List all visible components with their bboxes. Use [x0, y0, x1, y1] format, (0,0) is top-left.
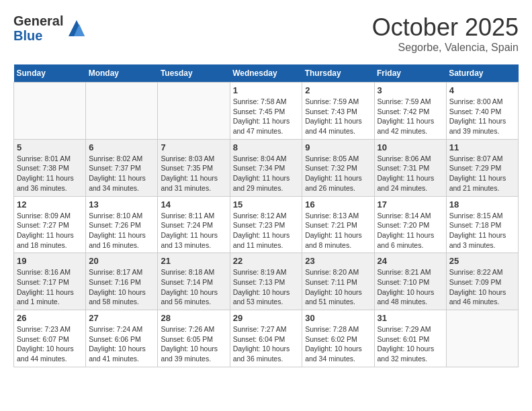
- day-number: 13: [89, 199, 154, 210]
- table-row: 28Sunrise: 7:26 AM Sunset: 6:05 PM Dayli…: [158, 310, 230, 367]
- calendar-week-3: 12Sunrise: 8:09 AM Sunset: 7:27 PM Dayli…: [14, 196, 519, 253]
- day-number: 9: [305, 142, 371, 152]
- day-number: 4: [449, 85, 515, 95]
- month-title: October 2025: [372, 13, 519, 42]
- day-info: Sunrise: 8:17 AM Sunset: 7:16 PM Dayligh…: [89, 267, 154, 307]
- day-number: 21: [161, 256, 226, 266]
- day-info: Sunrise: 8:00 AM Sunset: 7:40 PM Dayligh…: [449, 97, 515, 136]
- table-row: [446, 310, 518, 367]
- day-info: Sunrise: 8:19 AM Sunset: 7:13 PM Dayligh…: [233, 267, 300, 307]
- day-info: Sunrise: 8:13 AM Sunset: 7:21 PM Dayligh…: [305, 211, 371, 250]
- table-row: 10Sunrise: 8:06 AM Sunset: 7:31 PM Dayli…: [374, 139, 446, 196]
- day-number: 1: [233, 85, 300, 95]
- day-number: 7: [161, 142, 226, 152]
- weekday-tuesday: Tuesday: [158, 64, 230, 83]
- day-info: Sunrise: 8:04 AM Sunset: 7:34 PM Dayligh…: [233, 154, 300, 193]
- table-row: 16Sunrise: 8:13 AM Sunset: 7:21 PM Dayli…: [302, 196, 374, 253]
- day-info: Sunrise: 8:06 AM Sunset: 7:31 PM Dayligh…: [378, 154, 443, 193]
- table-row: 18Sunrise: 8:15 AM Sunset: 7:18 PM Dayli…: [446, 196, 518, 253]
- day-info: Sunrise: 8:15 AM Sunset: 7:18 PM Dayligh…: [449, 211, 515, 250]
- table-row: [14, 83, 86, 140]
- day-info: Sunrise: 7:28 AM Sunset: 6:02 PM Dayligh…: [305, 324, 371, 364]
- day-number: 31: [378, 313, 443, 323]
- calendar-week-1: 1Sunrise: 7:58 AM Sunset: 7:45 PM Daylig…: [14, 83, 519, 140]
- page-header: General Blue October 2025 Segorbe, Valen…: [13, 13, 519, 54]
- logo-blue: Blue: [13, 28, 63, 43]
- table-row: 9Sunrise: 8:05 AM Sunset: 7:32 PM Daylig…: [302, 139, 374, 196]
- day-number: 16: [305, 199, 371, 210]
- table-row: 22Sunrise: 8:19 AM Sunset: 7:13 PM Dayli…: [230, 253, 302, 310]
- table-row: 11Sunrise: 8:07 AM Sunset: 7:29 PM Dayli…: [446, 139, 518, 196]
- logo-icon: [66, 17, 87, 39]
- day-info: Sunrise: 8:14 AM Sunset: 7:20 PM Dayligh…: [378, 211, 443, 250]
- day-number: 2: [305, 85, 371, 95]
- table-row: 26Sunrise: 7:23 AM Sunset: 6:07 PM Dayli…: [14, 310, 86, 367]
- day-info: Sunrise: 7:24 AM Sunset: 6:06 PM Dayligh…: [89, 324, 154, 364]
- logo: General Blue: [13, 13, 87, 43]
- location: Segorbe, Valencia, Spain: [372, 42, 519, 54]
- day-number: 28: [161, 313, 226, 323]
- table-row: 14Sunrise: 8:11 AM Sunset: 7:24 PM Dayli…: [158, 196, 230, 253]
- day-number: 14: [161, 199, 226, 210]
- calendar-week-2: 5Sunrise: 8:01 AM Sunset: 7:38 PM Daylig…: [14, 139, 519, 196]
- table-row: 31Sunrise: 7:29 AM Sunset: 6:01 PM Dayli…: [374, 310, 446, 367]
- day-info: Sunrise: 8:09 AM Sunset: 7:27 PM Dayligh…: [17, 211, 83, 250]
- day-info: Sunrise: 8:02 AM Sunset: 7:37 PM Dayligh…: [89, 154, 154, 193]
- table-row: 23Sunrise: 8:20 AM Sunset: 7:11 PM Dayli…: [302, 253, 374, 310]
- day-info: Sunrise: 7:23 AM Sunset: 6:07 PM Dayligh…: [17, 324, 83, 364]
- day-info: Sunrise: 7:27 AM Sunset: 6:04 PM Dayligh…: [233, 324, 300, 364]
- weekday-header-row: SundayMondayTuesdayWednesdayThursdayFrid…: [14, 64, 519, 83]
- table-row: [158, 83, 230, 140]
- table-row: 24Sunrise: 8:21 AM Sunset: 7:10 PM Dayli…: [374, 253, 446, 310]
- table-row: 1Sunrise: 7:58 AM Sunset: 7:45 PM Daylig…: [230, 83, 302, 140]
- table-row: 21Sunrise: 8:18 AM Sunset: 7:14 PM Dayli…: [158, 253, 230, 310]
- table-row: 7Sunrise: 8:03 AM Sunset: 7:35 PM Daylig…: [158, 139, 230, 196]
- day-number: 8: [233, 142, 300, 152]
- weekday-wednesday: Wednesday: [230, 64, 302, 83]
- calendar-week-4: 19Sunrise: 8:16 AM Sunset: 7:17 PM Dayli…: [14, 253, 519, 310]
- day-number: 29: [233, 313, 300, 323]
- day-number: 15: [233, 199, 300, 210]
- day-number: 19: [17, 256, 83, 266]
- day-number: 6: [89, 142, 154, 152]
- day-info: Sunrise: 8:03 AM Sunset: 7:35 PM Dayligh…: [161, 154, 226, 193]
- weekday-monday: Monday: [86, 64, 158, 83]
- day-info: Sunrise: 8:10 AM Sunset: 7:26 PM Dayligh…: [89, 211, 154, 250]
- table-row: 27Sunrise: 7:24 AM Sunset: 6:06 PM Dayli…: [86, 310, 158, 367]
- table-row: 25Sunrise: 8:22 AM Sunset: 7:09 PM Dayli…: [446, 253, 518, 310]
- title-block: October 2025 Segorbe, Valencia, Spain: [372, 13, 519, 54]
- table-row: 12Sunrise: 8:09 AM Sunset: 7:27 PM Dayli…: [14, 196, 86, 253]
- day-number: 12: [17, 199, 83, 210]
- day-number: 20: [89, 256, 154, 266]
- weekday-friday: Friday: [374, 64, 446, 83]
- day-info: Sunrise: 8:18 AM Sunset: 7:14 PM Dayligh…: [161, 267, 226, 307]
- weekday-saturday: Saturday: [446, 64, 518, 83]
- day-number: 11: [449, 142, 515, 152]
- day-info: Sunrise: 7:59 AM Sunset: 7:42 PM Dayligh…: [378, 97, 443, 136]
- day-info: Sunrise: 7:29 AM Sunset: 6:01 PM Dayligh…: [378, 324, 443, 364]
- table-row: 29Sunrise: 7:27 AM Sunset: 6:04 PM Dayli…: [230, 310, 302, 367]
- day-number: 22: [233, 256, 300, 266]
- day-number: 27: [89, 313, 154, 323]
- day-info: Sunrise: 8:07 AM Sunset: 7:29 PM Dayligh…: [449, 154, 515, 193]
- day-number: 24: [378, 256, 443, 266]
- table-row: 3Sunrise: 7:59 AM Sunset: 7:42 PM Daylig…: [374, 83, 446, 140]
- logo-text: General Blue: [13, 13, 63, 43]
- day-info: Sunrise: 8:12 AM Sunset: 7:23 PM Dayligh…: [233, 211, 300, 250]
- day-number: 25: [449, 256, 515, 266]
- day-number: 5: [17, 142, 83, 152]
- day-info: Sunrise: 8:20 AM Sunset: 7:11 PM Dayligh…: [305, 267, 371, 307]
- day-info: Sunrise: 8:01 AM Sunset: 7:38 PM Dayligh…: [17, 154, 83, 193]
- table-row: 19Sunrise: 8:16 AM Sunset: 7:17 PM Dayli…: [14, 253, 86, 310]
- table-row: 6Sunrise: 8:02 AM Sunset: 7:37 PM Daylig…: [86, 139, 158, 196]
- day-info: Sunrise: 8:11 AM Sunset: 7:24 PM Dayligh…: [161, 211, 226, 250]
- day-number: 17: [378, 199, 443, 210]
- day-info: Sunrise: 7:59 AM Sunset: 7:43 PM Dayligh…: [305, 97, 371, 136]
- day-info: Sunrise: 8:05 AM Sunset: 7:32 PM Dayligh…: [305, 154, 371, 193]
- day-number: 10: [378, 142, 443, 152]
- day-info: Sunrise: 8:21 AM Sunset: 7:10 PM Dayligh…: [378, 267, 443, 307]
- logo-general: General: [13, 13, 63, 28]
- weekday-thursday: Thursday: [302, 64, 374, 83]
- weekday-sunday: Sunday: [14, 64, 86, 83]
- day-number: 30: [305, 313, 371, 323]
